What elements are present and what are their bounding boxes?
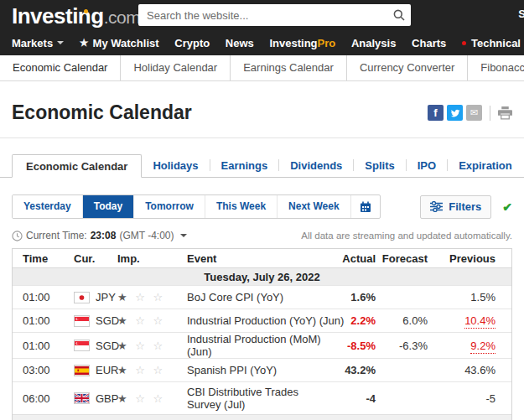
event-time: 01:00 bbox=[13, 340, 60, 352]
filter-applied-check-icon: ✔ bbox=[502, 200, 512, 214]
title-section: Economic Calendar f ✉ bbox=[0, 101, 524, 124]
currency-cell: EUR bbox=[60, 364, 112, 376]
previous-value: 43.6% bbox=[428, 364, 511, 376]
event-time: 06:00 bbox=[13, 392, 60, 405]
filter-sliders-icon bbox=[430, 201, 443, 212]
main-navigation: Markets ★My Watchlist Crypto News Invest… bbox=[0, 30, 524, 55]
logo-text: Investing bbox=[12, 3, 104, 29]
col-time: Time bbox=[13, 252, 60, 265]
range-controls: Yesterday Today Tomorrow This Week Next … bbox=[12, 194, 512, 219]
facebook-share-icon[interactable]: f bbox=[428, 105, 444, 121]
previous-value: 1.5% bbox=[428, 291, 511, 303]
event-name[interactable]: BoJ Core CPI (YoY) bbox=[174, 291, 334, 303]
investing-logo[interactable]: Investing.com bbox=[12, 3, 140, 29]
event-time: 01:00 bbox=[13, 291, 60, 303]
divider bbox=[490, 106, 490, 121]
currency-cell: GBP bbox=[60, 392, 112, 405]
filter-controls: Filters ✔ bbox=[420, 195, 512, 219]
flag-singapore-icon bbox=[74, 315, 90, 327]
subnav-holiday-calendar[interactable]: Holiday Calendar bbox=[121, 55, 231, 80]
share-icons: f ✉ bbox=[428, 105, 512, 121]
tab-splits[interactable]: Splits bbox=[354, 155, 405, 177]
col-previous: Previous bbox=[428, 252, 511, 265]
timezone-value: (GMT -4:00) bbox=[119, 230, 174, 241]
nav-analysis[interactable]: Analysis bbox=[351, 37, 396, 49]
calendar-picker-icon[interactable] bbox=[351, 195, 380, 218]
tab-dividends[interactable]: Dividends bbox=[279, 155, 353, 177]
actual-value: -8.5% bbox=[334, 340, 376, 352]
divider bbox=[0, 137, 524, 138]
nav-crypto[interactable]: Crypto bbox=[174, 37, 210, 49]
nav-my-watchlist[interactable]: ★My Watchlist bbox=[80, 37, 159, 49]
tab-ipo[interactable]: IPO bbox=[407, 155, 447, 177]
actual-value: -4 bbox=[334, 392, 376, 405]
range-today-button[interactable]: Today bbox=[83, 195, 134, 218]
flag-japan-icon bbox=[74, 292, 90, 303]
status-row: Current Time:23:08 (GMT -4:00) All data … bbox=[12, 230, 512, 241]
next-date-row-partial bbox=[13, 414, 511, 420]
event-name[interactable]: Industrial Production (MoM) (Jun) bbox=[174, 333, 334, 358]
notification-dot-icon bbox=[462, 41, 466, 45]
signin-link[interactable]: S bbox=[518, 8, 524, 20]
table-row[interactable]: 01:00 SGD ★ ☆ ☆ Industrial Production (Y… bbox=[13, 309, 511, 332]
subnav-earnings-calendar[interactable]: Earnings Calendar bbox=[231, 55, 347, 80]
event-name[interactable]: Spanish PPI (YoY) bbox=[174, 364, 334, 376]
event-name[interactable]: CBI Distributive Trades Survey (Jul) bbox=[174, 386, 334, 411]
nav-charts[interactable]: Charts bbox=[412, 37, 446, 49]
star-icon: ★ bbox=[80, 37, 89, 49]
actual-value: 2.2% bbox=[334, 314, 376, 327]
current-time-selector[interactable]: Current Time:23:08 (GMT -4:00) bbox=[12, 230, 187, 241]
chevron-down-icon bbox=[180, 234, 187, 237]
actual-value: 43.2% bbox=[334, 364, 376, 376]
table-row[interactable]: 03:00 EUR ★ ☆ ☆ Spanish PPI (YoY) 43.2% … bbox=[13, 358, 511, 381]
nav-markets[interactable]: Markets bbox=[12, 37, 64, 49]
tab-earnings[interactable]: Earnings bbox=[210, 155, 279, 177]
actual-value: 1.6% bbox=[334, 291, 376, 303]
previous-value: 10.4% bbox=[428, 314, 511, 327]
table-row[interactable]: 01:00 JPY ★ ☆ ☆ BoJ Core CPI (YoY) 1.6% … bbox=[13, 285, 511, 309]
economic-calendar-table: Time Cur. Imp. Event Actual Forecast Pre… bbox=[12, 248, 512, 420]
table-header-row: Time Cur. Imp. Event Actual Forecast Pre… bbox=[13, 249, 511, 267]
subnav-fibonacci-calculator[interactable]: Fibonacci Calculator bbox=[468, 55, 524, 80]
event-time: 01:00 bbox=[13, 314, 60, 327]
email-share-icon[interactable]: ✉ bbox=[466, 105, 482, 121]
twitter-share-icon[interactable] bbox=[447, 105, 463, 121]
page-title: Economic Calendar bbox=[12, 101, 192, 124]
event-name[interactable]: Industrial Production (YoY) (Jun) bbox=[174, 314, 334, 327]
search-input[interactable] bbox=[138, 9, 387, 22]
nav-investingpro[interactable]: InvestingPro bbox=[270, 37, 336, 49]
previous-value: -5 bbox=[428, 392, 511, 405]
col-forecast: Forecast bbox=[376, 252, 428, 265]
forecast-value: -6.3% bbox=[376, 340, 428, 352]
col-currency: Cur. bbox=[60, 252, 112, 265]
range-this-week-button[interactable]: This Week bbox=[205, 195, 278, 218]
tab-economic-calendar[interactable]: Economic Calendar bbox=[12, 154, 142, 178]
currency-cell: SGD bbox=[60, 340, 112, 352]
tab-expiration[interactable]: Expiration bbox=[448, 155, 523, 177]
nav-news[interactable]: News bbox=[226, 37, 254, 49]
calendar-tabs: Economic Calendar Holidays Earnings Divi… bbox=[0, 153, 524, 178]
flag-uk-icon bbox=[74, 392, 90, 404]
nav-technical[interactable]: Technical bbox=[462, 37, 521, 49]
range-yesterday-button[interactable]: Yesterday bbox=[13, 195, 83, 218]
current-time-value: 23:08 bbox=[91, 230, 117, 241]
range-next-week-button[interactable]: Next Week bbox=[278, 195, 350, 218]
importance-stars: ★ ☆ ☆ bbox=[112, 392, 174, 405]
table-row[interactable]: 01:00 SGD ★ ☆ ☆ Industrial Production (M… bbox=[13, 332, 511, 358]
currency-cell: SGD bbox=[60, 314, 112, 327]
tab-holidays[interactable]: Holidays bbox=[142, 155, 209, 177]
clock-icon bbox=[12, 231, 23, 241]
logo-orange-dot bbox=[84, 9, 88, 13]
print-icon[interactable] bbox=[498, 106, 512, 120]
logo-suffix: .com bbox=[104, 8, 141, 27]
search-icon[interactable] bbox=[387, 4, 411, 26]
site-search[interactable] bbox=[138, 4, 411, 26]
range-tomorrow-button[interactable]: Tomorrow bbox=[134, 195, 205, 218]
table-row[interactable]: 06:00 GBP ★ ☆ ☆ CBI Distributive Trades … bbox=[13, 381, 511, 414]
tools-subnav: Economic Calendar Holiday Calendar Earni… bbox=[0, 55, 524, 81]
date-range-group: Yesterday Today Tomorrow This Week Next … bbox=[12, 194, 381, 219]
subnav-economic-calendar[interactable]: Economic Calendar bbox=[0, 55, 121, 80]
subnav-currency-converter[interactable]: Currency Converter bbox=[347, 55, 468, 80]
filters-button[interactable]: Filters bbox=[420, 195, 491, 219]
importance-stars: ★ ☆ ☆ bbox=[112, 340, 174, 352]
